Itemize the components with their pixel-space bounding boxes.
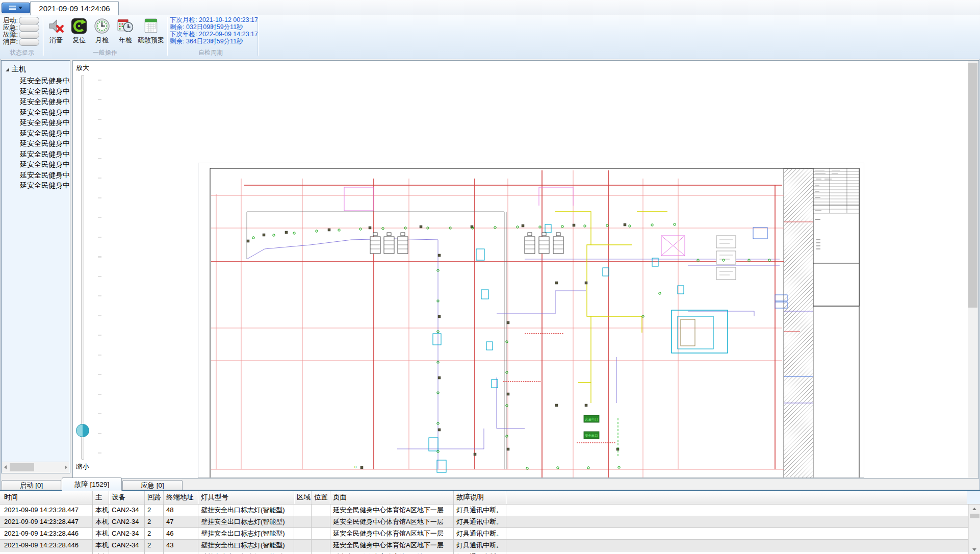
tree-item-page[interactable]: 延安全民健身中心体育馆A区地下一层 [20, 128, 70, 138]
menu-icon [9, 6, 16, 10]
cabinet-group-left [370, 233, 408, 254]
table-row[interactable]: 2021-09-09 14:23:28.446 本机 CAN2-34 2 43 … [0, 540, 980, 551]
tree-item-page[interactable]: 延安全民健身中心体育馆A区地下一层 [20, 138, 70, 148]
cell-page: 延安全民健身中心体育馆A区地下一层 [330, 528, 454, 539]
table-row[interactable]: 2021-09-09 14:23:28.445 本机 CAN2-34 2 42 … [0, 551, 980, 554]
cell-loop: 2 [145, 540, 164, 551]
zoom-slider-track[interactable] [81, 75, 84, 460]
scroll-down-icon[interactable] [972, 548, 976, 551]
tree-item-page[interactable]: 延安全民健身中心体育馆A区地下一层 [20, 107, 70, 117]
column-header-area[interactable]: 区域 [294, 491, 312, 504]
column-header-fault-description[interactable]: 故障说明 [454, 491, 506, 504]
cell-page: 延安全民健身中心体育馆A区地下一层 [330, 551, 454, 554]
device-circles-green [252, 223, 770, 469]
scroll-left-icon[interactable] [4, 465, 7, 469]
cell-position [312, 540, 330, 551]
cell-position [312, 528, 330, 539]
monthly-check-clock-icon [94, 18, 110, 34]
floor-plan-svg: 安全出口 安全出口 0 [198, 163, 864, 478]
sidebar-horizontal-scrollbar[interactable] [2, 462, 69, 473]
cell-fault-description: 灯具通讯中断。 [454, 516, 506, 527]
cell-terminal-address: 47 [164, 516, 198, 527]
floor-plan-viewport[interactable]: 安全出口 安全出口 0 [198, 163, 864, 478]
scroll-up-icon[interactable] [972, 508, 976, 510]
exit-sign: 安全出口 [584, 415, 599, 422]
column-header-lamp-model[interactable]: 灯具型号 [198, 491, 294, 504]
tree-root-host[interactable]: 主机 [6, 65, 26, 74]
red-annotation-marks [503, 334, 615, 443]
column-header-loop[interactable]: 回路 [145, 491, 164, 504]
zoom-slider-thumb[interactable] [76, 424, 89, 437]
tree-item-page[interactable]: 延安全民健身中心体育馆A区地下一层 [20, 170, 70, 180]
tree-item-page[interactable]: 延安全民健身中心体育馆A区地下一层 [20, 159, 70, 169]
cell-lamp-model: 壁挂安全出口标志灯(智能型) [198, 528, 294, 539]
wiring-yellow [555, 212, 667, 403]
table-row[interactable]: 2021-09-09 14:23:28.447 本机 CAN2-34 2 47 … [0, 516, 980, 528]
cell-lamp-model: 壁挂安全出口标志灯(智能型) [198, 551, 294, 554]
next-annual-check-text: 下次年检: 2022-09-09 14:23:17 [170, 31, 258, 38]
cell-page: 延安全民健身中心体育馆A区地下一层 [330, 505, 454, 516]
scrollbar-thumb[interactable] [970, 514, 979, 518]
tree-item-page[interactable]: 延安全民健身中心体育馆A区地下一层 [20, 117, 70, 128]
evacuation-plan-calendar-icon [143, 18, 159, 34]
cell-filler [506, 528, 980, 539]
status-indicator-start [19, 17, 39, 24]
toolbar-separator [43, 17, 43, 56]
cell-area [294, 528, 312, 539]
tree-item-page[interactable]: 延安全民健身中心体育馆A区地下一层 [20, 180, 70, 190]
cell-terminal-address: 42 [164, 551, 198, 554]
group-caption-selfcheck: 自检周期 [170, 49, 251, 56]
cell-terminal-address: 46 [164, 528, 198, 539]
column-header-host[interactable]: 主机 [93, 491, 109, 504]
tree-item-page[interactable]: 延安全民健身中心体育馆A区地下一层 [20, 86, 70, 96]
wiring-purple [247, 239, 780, 469]
table-row[interactable]: 2021-09-09 14:23:28.446 本机 CAN2-34 2 46 … [0, 528, 980, 540]
menu-button[interactable] [2, 3, 30, 13]
tree-item-page[interactable]: 延安全民健身中心体育馆A区地下一层 [20, 96, 70, 107]
tab-emergency-events[interactable]: 应急 [0] [122, 480, 183, 490]
cell-position [312, 551, 330, 554]
drawing-vertical-scrollbar[interactable] [968, 61, 978, 478]
annual-check-button-label: 年检 [119, 36, 132, 45]
tree-item-page[interactable]: 延安全民健身中心体育馆A区地下一层 [20, 149, 70, 159]
panel-boxes [716, 236, 736, 280]
column-header-page[interactable]: 页面 [330, 491, 454, 504]
cell-lamp-model: 壁挂安全出口标志灯(智能型) [198, 540, 294, 551]
cell-host: 本机 [93, 528, 109, 539]
cell-fault-description: 灯具通讯中断。 [454, 528, 506, 539]
cell-area [294, 505, 312, 516]
evacuation-plan-button-label: 疏散预案 [138, 36, 164, 45]
tab-fault-events[interactable]: 故障 [1529] [62, 477, 122, 491]
tab-start-events[interactable]: 启动 [0] [2, 480, 61, 490]
fault-table-header: 时间 主机 设备 回路 终端地址 灯具型号 区域 位置 页面 故障说明 [0, 491, 980, 505]
datetime-tab[interactable]: 2021-09-09 14:24:06 [30, 1, 119, 15]
column-header-device[interactable]: 设备 [109, 491, 145, 504]
scroll-right-icon[interactable] [65, 465, 67, 469]
status-label-fault: 故障: [2, 31, 18, 38]
cell-time: 2021-09-09 14:23:28.446 [0, 540, 93, 551]
reset-icon [71, 18, 87, 34]
monthly-check-button-label: 月检 [95, 36, 109, 45]
annual-check-calendar-clock-icon [117, 18, 134, 34]
ribbon-toolbar: 启动: 应急: 故障: 消声: 状态提示 消音 复位 [0, 15, 980, 59]
cell-page: 延安全民健身中心体育馆A区地下一层 [330, 516, 454, 527]
status-label-start: 启动: [2, 17, 18, 24]
table-row[interactable]: 2021-09-09 14:23:28.447 本机 CAN2-34 2 48 … [0, 505, 980, 516]
scrollbar-thumb[interactable] [968, 63, 977, 308]
column-header-position[interactable]: 位置 [312, 491, 330, 504]
table-vertical-scrollbar[interactable] [968, 505, 980, 554]
toolbar-separator [167, 17, 167, 56]
status-label-emergency: 应急: [2, 24, 18, 31]
cell-fault-description: 灯具通讯中断。 [454, 540, 506, 551]
cell-device: CAN2-34 [109, 551, 145, 554]
tree-expander-icon[interactable] [6, 68, 9, 71]
status-label-silence: 消声: [2, 38, 18, 45]
cell-device: CAN2-34 [109, 516, 145, 527]
green-origin-label: 0 [354, 465, 357, 469]
cell-lamp-model: 壁挂安全出口标志灯(智能型) [198, 516, 294, 527]
column-header-terminal-address[interactable]: 终端地址 [164, 491, 198, 504]
zoom-out-label: 缩小 [76, 462, 89, 471]
column-header-time[interactable]: 时间 [0, 491, 93, 504]
scrollbar-thumb[interactable] [10, 463, 34, 471]
tree-item-page[interactable]: 延安全民健身中心体育馆A区地下一层 [20, 75, 70, 86]
